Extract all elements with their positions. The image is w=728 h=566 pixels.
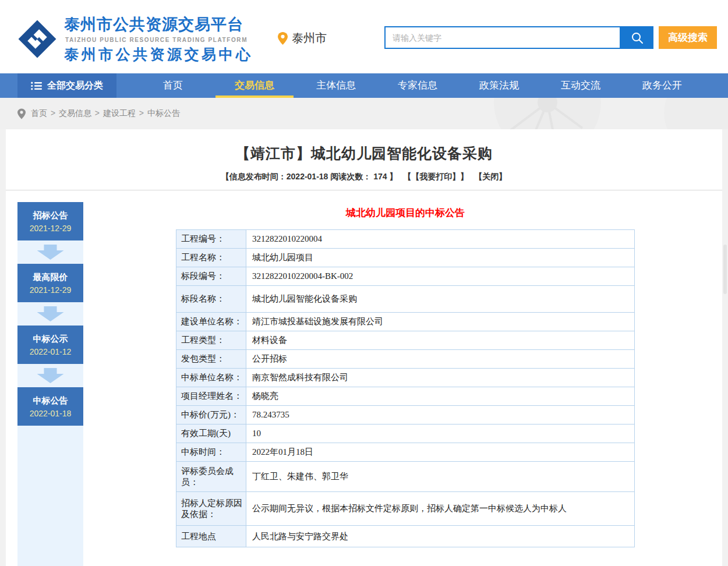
table-row: 标段编号：3212822010220004-BK-002 — [176, 267, 634, 286]
search-icon — [630, 31, 644, 45]
breadcrumb-separator: > — [137, 108, 146, 118]
table-row-value: 城北幼儿园智能化设备采购 — [246, 286, 634, 312]
table-row-value: 公示期间无异议，根据本招标文件定标原则，招标人确定第一中标候选人为中标人 — [246, 492, 634, 525]
site-title: 泰州市公共资源交易平台 — [64, 14, 253, 35]
breadcrumb-link[interactable]: 建设工程 — [103, 108, 136, 118]
table-row-label: 发包类型： — [176, 350, 246, 368]
table-row: 招标人定标原因及依据：公示期间无异议，根据本招标文件定标原则，招标人确定第一中标… — [176, 492, 634, 526]
print-link[interactable]: 【【我要打印】】 — [403, 172, 468, 181]
timeline-step-title: 最高限价 — [33, 272, 68, 283]
main-nav: 全部交易分类 首页交易信息主体信息专家信息政策法规互动交流政务公开 — [0, 73, 728, 98]
table-row-value: 靖江市城投基础设施发展有限公司 — [246, 313, 634, 331]
timeline-step[interactable]: 最高限价2021-12-29 — [17, 264, 83, 302]
table-row-value: 3212822010220004-BK-002 — [246, 267, 634, 285]
table-row-label: 中标单位名称： — [176, 369, 246, 387]
table-row: 工程名称：城北幼儿园项目 — [176, 249, 634, 267]
nav-item[interactable]: 交易信息 — [214, 73, 295, 98]
site-title-secondary: 泰州市公共资源交易中心 — [64, 45, 253, 64]
timeline-step[interactable]: 招标公告2021-12-29 — [17, 202, 83, 240]
table-row-value: 10 — [246, 424, 634, 443]
table-row-value: 人民北路与安宁路交界处 — [246, 526, 634, 547]
breadcrumb-separator: > — [93, 108, 102, 118]
timeline-step-date: 2022-01-18 — [30, 409, 72, 418]
breadcrumb-link[interactable]: 交易信息 — [59, 108, 91, 118]
breadcrumb-link[interactable]: 中标公告 — [147, 108, 180, 118]
timeline-step[interactable]: 中标公告2022-01-18 — [17, 387, 83, 426]
nav-item[interactable]: 互动交流 — [540, 73, 621, 98]
article-meta: 【信息发布时间：2022-01-18 阅读次数： 174 】 【【我要打印】】 … — [6, 172, 722, 182]
logo-diamond-icon — [16, 17, 59, 61]
advanced-search-button[interactable]: 高级搜索 — [659, 26, 717, 49]
table-row: 项目经理姓名：杨晓亮 — [176, 387, 634, 406]
breadcrumb: 首页 > 交易信息 > 建设工程 > 中标公告 — [17, 98, 180, 129]
site-header: 泰州市公共资源交易平台 TAIZHOU PUBLIC RESOURCE TRAD… — [0, 0, 728, 73]
table-row: 工程类型：材料设备 — [176, 331, 634, 350]
table-row-label: 招标人定标原因及依据： — [176, 492, 246, 525]
notice-title: 城北幼儿园项目的中标公告 — [176, 206, 635, 220]
timeline-step-date: 2022-01-12 — [30, 347, 72, 356]
timeline-step-title: 招标公告 — [33, 210, 68, 221]
down-arrow-icon — [37, 368, 64, 383]
table-row-value: 杨晓亮 — [246, 387, 634, 405]
site-subtitle-en: TAIZHOU PUBLIC RESOURCE TRADING PLATFORM — [65, 37, 253, 43]
divider — [6, 190, 722, 190]
table-row: 中标价(万元)：78.243735 — [176, 406, 634, 424]
table-row: 评标委员会成员：丁红卫、朱建伟、郭卫华 — [176, 462, 634, 492]
table-row: 中标单位名称：南京智然成科技有限公司 — [176, 369, 634, 387]
brand-text: 泰州市公共资源交易平台 TAIZHOU PUBLIC RESOURCE TRAD… — [64, 14, 253, 64]
city-selector[interactable]: 泰州市 — [278, 30, 327, 46]
timeline-step-date: 2021-12-29 — [30, 224, 72, 233]
nav-items: 首页交易信息主体信息专家信息政策法规互动交流政务公开 — [132, 73, 703, 98]
close-link[interactable]: 【关闭】 — [474, 172, 507, 181]
timeline-step-date: 2021-12-29 — [30, 285, 72, 295]
city-label: 泰州市 — [292, 30, 327, 46]
table-row-label: 工程类型： — [176, 331, 246, 349]
decorative-watermark — [472, 98, 728, 129]
table-row: 工程编号：3212822010220004 — [176, 230, 634, 249]
breadcrumb-strip: 首页 > 交易信息 > 建设工程 > 中标公告 — [0, 98, 728, 129]
timeline-step-title: 中标公告 — [33, 395, 68, 406]
timeline-step-title: 中标公示 — [33, 334, 68, 345]
page-title: 【靖江市】城北幼儿园智能化设备采购 — [6, 129, 722, 163]
breadcrumb-separator: > — [48, 108, 58, 118]
location-pin-icon — [278, 32, 288, 45]
timeline-step[interactable]: 中标公示2022-01-12 — [17, 326, 83, 364]
table-row-label: 评标委员会成员： — [176, 462, 246, 491]
process-timeline: 招标公告2021-12-29最高限价2021-12-29中标公示2022-01-… — [17, 202, 83, 566]
table-row-value: 3212822010220004 — [246, 230, 634, 248]
table-row: 有效工期(天)10 — [176, 424, 634, 443]
breadcrumb-items: 首页 > 交易信息 > 建设工程 > 中标公告 — [31, 108, 180, 119]
table-row-label: 标段名称： — [176, 286, 246, 312]
table-row: 发包类型：公开招标 — [176, 350, 634, 369]
nav-item[interactable]: 政务公开 — [621, 73, 703, 98]
table-row-label: 工程名称： — [176, 249, 246, 267]
table-row-label: 中标价(万元)： — [176, 406, 246, 424]
nav-item[interactable]: 首页 — [132, 73, 214, 98]
table-row-value: 2022年01月18日 — [246, 443, 634, 461]
search-input[interactable] — [384, 26, 621, 49]
content-card: 【靖江市】城北幼儿园智能化设备采购 【信息发布时间：2022-01-18 阅读次… — [6, 129, 722, 566]
all-categories-button[interactable]: 全部交易分类 — [17, 73, 116, 98]
table-row-value: 材料设备 — [246, 331, 634, 349]
search-button[interactable] — [621, 26, 653, 49]
table-row-label: 项目经理姓名： — [176, 387, 246, 405]
table-row-label: 有效工期(天) — [176, 424, 246, 443]
scrollbar-thumb[interactable] — [723, 245, 727, 294]
page: 泰州市公共资源交易平台 TAIZHOU PUBLIC RESOURCE TRAD… — [0, 0, 728, 566]
nav-item[interactable]: 政策法规 — [458, 73, 540, 98]
table-row-label: 标段编号： — [176, 267, 246, 285]
notice-table: 工程编号：3212822010220004工程名称：城北幼儿园项目标段编号：32… — [176, 229, 635, 547]
table-row: 建设单位名称：靖江市城投基础设施发展有限公司 — [176, 313, 634, 331]
menu-list-icon — [31, 82, 42, 90]
notice-section: 城北幼儿园项目的中标公告 工程编号：3212822010220004工程名称：城… — [176, 206, 635, 547]
breadcrumb-pin-icon — [17, 108, 26, 119]
nav-item[interactable]: 主体信息 — [295, 73, 377, 98]
table-row-label: 建设单位名称： — [176, 313, 246, 331]
table-row-label: 工程编号： — [176, 230, 246, 248]
table-row: 工程地点人民北路与安宁路交界处 — [176, 526, 634, 547]
table-row-value: 城北幼儿园项目 — [246, 249, 634, 267]
table-row-value: 公开招标 — [246, 350, 634, 368]
nav-item[interactable]: 专家信息 — [377, 73, 458, 98]
breadcrumb-link[interactable]: 首页 — [31, 108, 47, 118]
site-logo[interactable]: 泰州市公共资源交易平台 TAIZHOU PUBLIC RESOURCE TRAD… — [16, 14, 253, 64]
